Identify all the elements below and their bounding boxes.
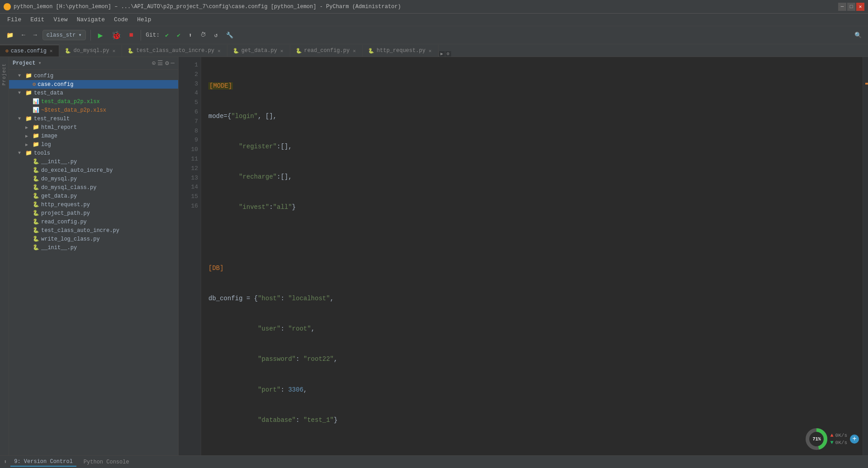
- net-up-value: 0K/s: [835, 433, 847, 438]
- tree-item-test-data-xlsx-modified[interactable]: 📊 ~$test_data_p2p.xlsx: [9, 106, 178, 114]
- menu-edit[interactable]: Edit: [27, 15, 48, 24]
- toolbar-separator-1: [90, 30, 91, 41]
- tab-close-case-config[interactable]: ✕: [49, 48, 54, 54]
- sidebar-settings-btn[interactable]: ⚙: [165, 59, 169, 67]
- titlebar-title: python_lemon [H:\python_lemon] – ...\API…: [14, 4, 401, 10]
- tree-label-image: image: [41, 133, 57, 139]
- tree-item-test-data-folder[interactable]: ▼ 📁 test_data: [9, 89, 178, 97]
- menu-file[interactable]: File: [4, 15, 25, 24]
- close-button[interactable]: ✕: [856, 3, 864, 11]
- tree-item-read-config[interactable]: 🐍 read_config.py: [9, 217, 178, 226]
- tree-item-get-data[interactable]: 🐍 get_data.py: [9, 192, 178, 200]
- tree-item-http-request[interactable]: 🐍 http_request.py: [9, 200, 178, 209]
- toolbar-folder-btn[interactable]: 📁: [4, 30, 16, 40]
- maximize-button[interactable]: □: [847, 3, 855, 11]
- tree-item-test-class-auto[interactable]: 🐍 test_class_auto_incre.py: [9, 226, 178, 235]
- tab-close-test-class[interactable]: ✕: [217, 48, 222, 54]
- tree-item-write-log-class[interactable]: 🐍 write_log_class.py: [9, 235, 178, 243]
- tree-label-test-data: test_data: [34, 90, 63, 96]
- stop-button[interactable]: ■: [127, 30, 137, 41]
- git-check-btn[interactable]: ✔: [162, 30, 171, 40]
- sidebar-header: Project ▾ ⊙ ☰ ⚙ —: [9, 57, 178, 70]
- tree-item-tools-folder[interactable]: ▼ 📁 tools: [9, 149, 178, 157]
- python-console-tab[interactable]: Python Console: [80, 458, 133, 466]
- tree-item-do-excel-auto[interactable]: 🐍 do_excel_auto_incre_by: [9, 166, 178, 175]
- version-control-tab[interactable]: 9: Version Control: [10, 458, 76, 467]
- folder-icon-test-result: 📁: [25, 115, 32, 122]
- tab-icon-do-mysql: 🐍: [65, 48, 71, 54]
- line-numbers: 1 2 3 4 5 6 7 8 9 10 11 12 13 14 15 16: [179, 57, 201, 455]
- tab-label-read-config: read_config.py: [304, 47, 350, 54]
- tree-item-do-mysql-class[interactable]: 🐍 do_mysql_class.py: [9, 183, 178, 192]
- window-controls[interactable]: ─ □ ✕: [838, 3, 864, 11]
- git-history-btn[interactable]: ⏱: [198, 30, 209, 40]
- gutter-project-icon[interactable]: Project: [2, 63, 7, 85]
- code-editor[interactable]: [MODE] mode={"login", [], "register":[],…: [201, 57, 863, 455]
- add-network-button[interactable]: +: [850, 435, 859, 444]
- sidebar-header-left: Project ▾: [13, 60, 42, 66]
- app-icon: [4, 3, 11, 10]
- config-file-icon: ⚙: [33, 81, 36, 88]
- tree-label-write-log-class: write_log_class.py: [41, 236, 100, 242]
- tab-read-config[interactable]: 🐍 read_config.py ✕: [290, 45, 363, 57]
- tree-label-do-mysql: do_mysql.py: [41, 176, 77, 182]
- minimize-button[interactable]: ─: [838, 3, 846, 11]
- tree-item-test-result-folder[interactable]: ▼ 📁 test_result: [9, 114, 178, 123]
- right-scrollbar-indicator[interactable]: [863, 57, 868, 455]
- line-num-10: 10: [181, 145, 198, 155]
- tree-item-log[interactable]: ▶ 📁 log: [9, 140, 178, 149]
- tree-label-log: log: [41, 142, 51, 148]
- tree-item-image[interactable]: ▶ 📁 image: [9, 132, 178, 140]
- tree-item-init-py-1[interactable]: 🐍 __init__.py: [9, 157, 178, 166]
- menu-code[interactable]: Code: [110, 15, 132, 24]
- more-tabs-btn[interactable]: ▶: [439, 51, 445, 57]
- class-str-dropdown[interactable]: class_str ▾: [42, 30, 86, 40]
- menu-view[interactable]: View: [50, 15, 71, 24]
- net-up-indicator: ▲ 0K/s: [830, 432, 847, 439]
- expand-arrow-test-result: ▼: [18, 116, 24, 121]
- toolbar-back-btn[interactable]: ←: [19, 30, 28, 40]
- code-line-5: "invest":"all"}: [208, 202, 855, 212]
- tab-get-data[interactable]: 🐍 get_data.py ✕: [227, 45, 290, 57]
- menu-help[interactable]: Help: [133, 15, 155, 24]
- git-settings-btn[interactable]: 🔧: [223, 30, 236, 40]
- run-button[interactable]: ▶: [95, 29, 106, 42]
- git-revert-btn[interactable]: ↺: [212, 30, 221, 40]
- tab-do-mysql[interactable]: 🐍 do_mysql.py ✕: [59, 45, 122, 57]
- tab-test-class-auto-incre[interactable]: 🐍 test_class_auto_incre.py ✕: [122, 45, 227, 57]
- py-icon-read-config: 🐍: [33, 218, 39, 225]
- menu-navigate[interactable]: Navigate: [73, 15, 108, 24]
- tree-item-init-py-2[interactable]: 🐍 __init__.py: [9, 243, 178, 252]
- tab-http-request[interactable]: 🐍 http_request.py ✕: [363, 45, 439, 57]
- expand-arrow-tools: ▼: [18, 151, 24, 156]
- debug-button[interactable]: 🐞: [108, 29, 124, 42]
- gear-tab-icon: ⚙: [447, 51, 449, 57]
- tree-item-do-mysql[interactable]: 🐍 do_mysql.py: [9, 175, 178, 183]
- line-num-11: 11: [181, 155, 198, 164]
- sidebar-hide-btn[interactable]: —: [171, 59, 175, 67]
- search-everywhere-btn[interactable]: 🔍: [852, 30, 864, 40]
- git-check2-btn[interactable]: ✔: [174, 30, 183, 40]
- cpu-circle-container: 71%: [806, 428, 827, 450]
- py-icon-get-data: 🐍: [33, 193, 39, 199]
- sidebar-header-right[interactable]: ⊙ ☰ ⚙ —: [152, 59, 175, 67]
- git-arrow-btn[interactable]: ⬆: [186, 30, 195, 40]
- sidebar-locate-btn[interactable]: ⊙: [152, 59, 156, 67]
- settings-tab-btn[interactable]: ⚙: [445, 51, 451, 57]
- tree-item-test-data-xlsx[interactable]: 📊 test_data_p2p.xlsx: [9, 97, 178, 106]
- code-line-1: [MODE]: [208, 81, 855, 91]
- tree-item-case-config[interactable]: ⚙ case.config: [9, 80, 178, 89]
- tab-close-get-data[interactable]: ✕: [279, 48, 284, 54]
- tab-close-do-mysql[interactable]: ✕: [112, 48, 117, 54]
- tree-item-project-path[interactable]: 🐍 project_path.py: [9, 209, 178, 217]
- tree-item-html-report[interactable]: ▶ 📁 html_report: [9, 123, 178, 132]
- toolbar-forward-btn[interactable]: →: [31, 30, 40, 40]
- sidebar-dropdown-icon[interactable]: ▾: [38, 60, 41, 66]
- tab-close-http-request[interactable]: ✕: [428, 48, 433, 54]
- tab-case-config[interactable]: ⚙ case.config ✕: [0, 45, 59, 57]
- tab-close-read-config[interactable]: ✕: [352, 48, 357, 54]
- sidebar-expand-btn[interactable]: ☰: [157, 59, 163, 67]
- tree-item-config-folder[interactable]: ▼ 📁 config: [9, 71, 178, 80]
- tree-label-http-request: http_request.py: [41, 202, 90, 208]
- code-line-8: db_config = {"host": "localhost",: [208, 293, 855, 303]
